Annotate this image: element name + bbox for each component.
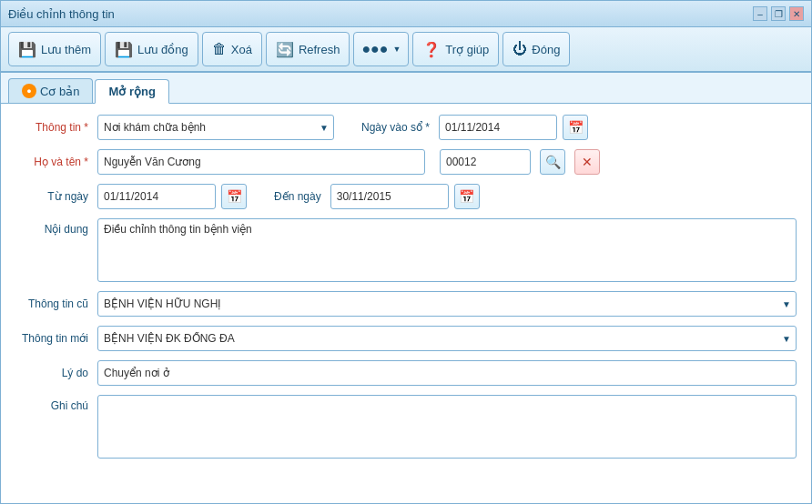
row-ly-do: Lý do: [15, 360, 797, 386]
thong-tin-select[interactable]: Nơi khám chữa bệnh: [97, 115, 334, 140]
ghi-chu-textarea[interactable]: [97, 395, 797, 459]
tu-ngay-input[interactable]: [97, 184, 216, 209]
toolbar: 💾 Lưu thêm 💾 Lưu đồng 🗑 Xoá 🔄 Refresh ●●…: [1, 27, 811, 73]
den-ngay-cal-button[interactable]: 📅: [454, 184, 480, 209]
save-button[interactable]: 💾 Lưu đồng: [105, 32, 198, 66]
thong-tin-label: Thông tin *: [15, 121, 88, 134]
close-label: Đóng: [532, 43, 560, 56]
ho-va-ten-label: Họ và tên *: [15, 156, 88, 168]
ngay-vao-so-group: 01/11/2014 📅: [439, 115, 588, 140]
tab-bar: ● Cơ bản Mở rộng: [1, 73, 811, 104]
ly-do-input[interactable]: [97, 360, 797, 386]
help-label: Trợ giúp: [445, 43, 489, 56]
row-dates: Từ ngày 📅 Đến ngày 📅: [15, 184, 797, 209]
thong-tin-moi-label: Thông tin mới: [15, 332, 88, 345]
form-content: Thông tin * Nơi khám chữa bệnh ▼ Ngày và…: [1, 104, 811, 503]
noi-dung-label: Nội dung: [15, 223, 88, 236]
tu-ngay-cal-button[interactable]: 📅: [221, 184, 247, 209]
close-btn[interactable]: ✕: [789, 6, 804, 21]
tab-basic[interactable]: ● Cơ bản: [8, 78, 93, 103]
more-icon: ●●●: [361, 41, 388, 57]
tab-basic-label: Cơ bản: [40, 85, 79, 98]
power-icon: ⏻: [513, 41, 527, 57]
window-controls: – ❐ ✕: [753, 6, 804, 21]
help-button[interactable]: ❓ Trợ giúp: [412, 32, 499, 66]
row-noi-dung: Nội dung Điều chỉnh thông tin bệnh viện: [15, 218, 797, 282]
den-ngay-group: 📅: [330, 184, 480, 209]
minimize-btn[interactable]: –: [753, 6, 767, 21]
tab-expand-label: Mở rộng: [108, 85, 155, 98]
more-arrow: ▼: [392, 45, 401, 54]
thong-tin-select-wrap: Nơi khám chữa bệnh ▼: [97, 115, 334, 140]
tu-ngay-group: 📅: [97, 184, 247, 209]
delete-button[interactable]: 🗑 Xoá: [202, 32, 262, 66]
ngay-vao-so-cal-button[interactable]: 📅: [563, 115, 588, 140]
ngay-vao-so-input[interactable]: 01/11/2014: [439, 115, 557, 140]
main-window: Điều chỉnh thông tin – ❐ ✕ 💾 Lưu thêm 💾 …: [0, 0, 812, 504]
thong-tin-cu-select[interactable]: BỆNH VIỆN HỮU NGHỊ: [97, 291, 797, 317]
restore-btn[interactable]: ❐: [771, 6, 786, 21]
noi-dung-textarea[interactable]: Điều chỉnh thông tin bệnh viện: [97, 218, 797, 282]
tu-ngay-label: Từ ngày: [15, 190, 88, 203]
ho-va-ten-input[interactable]: [97, 149, 425, 175]
window-title: Điều chỉnh thông tin: [8, 7, 115, 21]
help-icon: ❓: [422, 41, 441, 58]
delete-label: Xoá: [231, 43, 252, 56]
tab-expand[interactable]: Mở rộng: [95, 79, 168, 104]
row-thong-tin-moi: Thông tin mới BỆNH VIỆN ĐK ĐỐNG ĐA ▼: [15, 326, 797, 351]
thong-tin-moi-select[interactable]: BỆNH VIỆN ĐK ĐỐNG ĐA: [97, 326, 797, 351]
close-toolbar-button[interactable]: ⏻ Đóng: [502, 32, 570, 66]
tab-basic-indicator: ●: [22, 84, 36, 98]
ghi-chu-label: Ghi chú: [15, 399, 88, 412]
save-icon: 💾: [115, 41, 133, 58]
thong-tin-cu-label: Thông tin cũ: [15, 297, 88, 310]
row-thong-tin: Thông tin * Nơi khám chữa bệnh ▼ Ngày và…: [15, 115, 797, 140]
search-button[interactable]: 🔍: [540, 149, 565, 175]
row-ho-va-ten: Họ và tên * 🔍 ✕: [15, 149, 797, 175]
row-thong-tin-cu: Thông tin cũ BỆNH VIỆN HỮU NGHỊ ▼: [15, 291, 797, 317]
refresh-label: Refresh: [299, 43, 340, 56]
delete-icon: 🗑: [212, 41, 227, 57]
thong-tin-moi-wrap: BỆNH VIỆN ĐK ĐỐNG ĐA ▼: [97, 326, 797, 351]
ly-do-label: Lý do: [15, 367, 88, 379]
den-ngay-input[interactable]: [330, 184, 449, 209]
save-add-button[interactable]: 💾 Lưu thêm: [8, 32, 101, 66]
refresh-icon: 🔄: [276, 41, 294, 58]
row-ghi-chu: Ghi chú: [15, 395, 797, 459]
save-add-label: Lưu thêm: [41, 43, 91, 56]
refresh-button[interactable]: 🔄 Refresh: [266, 32, 350, 66]
save-add-icon: 💾: [18, 41, 36, 58]
den-ngay-label: Đến ngày: [274, 190, 321, 203]
code-input[interactable]: [440, 149, 531, 175]
more-button[interactable]: ●●● ▼: [353, 32, 409, 66]
titlebar: Điều chỉnh thông tin – ❐ ✕: [1, 1, 811, 27]
save-label: Lưu đồng: [137, 43, 188, 56]
ngay-vao-so-label: Ngày vào sổ *: [361, 121, 430, 134]
thong-tin-cu-wrap: BỆNH VIỆN HỮU NGHỊ ▼: [97, 291, 797, 317]
clear-button[interactable]: ✕: [574, 149, 600, 175]
